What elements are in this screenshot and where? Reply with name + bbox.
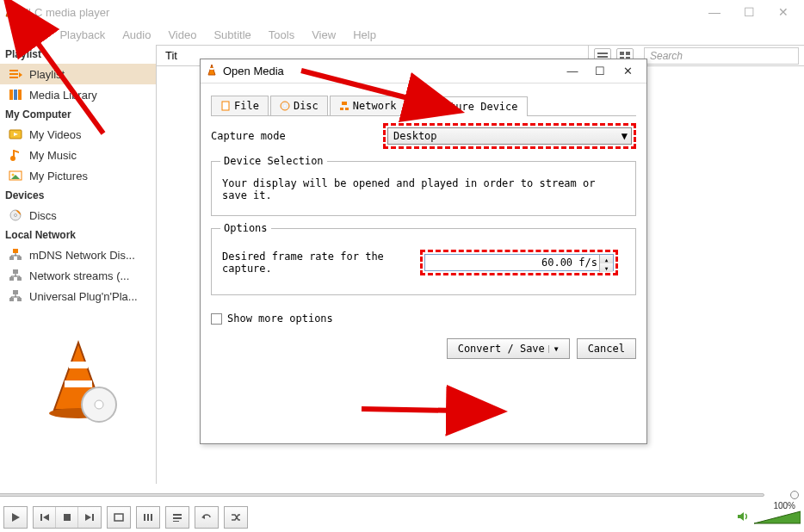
svg-point-31 (95, 400, 103, 409)
svg-marker-67 (738, 512, 744, 521)
capture-icon (417, 102, 427, 112)
pictures-icon (9, 169, 22, 182)
minimize-button[interactable]: — (697, 5, 732, 19)
play-button[interactable] (3, 506, 28, 529)
sidebar-item-label: My Videos (29, 128, 81, 141)
menu-playback[interactable]: Playback (51, 28, 114, 41)
menu-help[interactable]: Help (344, 28, 385, 41)
svg-rect-59 (114, 514, 123, 521)
tab-network[interactable]: Network (330, 96, 406, 115)
chevron-down-icon: ▼ (622, 130, 628, 142)
frame-rate-label: Desired frame rate for the capture. (222, 251, 420, 275)
sidebar-item-label: mDNS Network Dis... (29, 249, 135, 262)
vlc-cone-icon (3, 5, 15, 20)
menu-media[interactable]: Media (3, 28, 51, 41)
menu-view[interactable]: View (303, 28, 344, 41)
svg-point-13 (12, 174, 15, 176)
svg-rect-32 (597, 53, 608, 54)
svg-rect-25 (17, 298, 22, 301)
fullscreen-button[interactable] (107, 506, 131, 529)
sidebar-header-localnetwork: Local Network (0, 226, 156, 244)
device-selection-legend: Device Selection (220, 155, 327, 167)
menu-tools[interactable]: Tools (260, 28, 303, 41)
convert-save-button[interactable]: Convert / Save ▼ (447, 338, 570, 359)
dialog-body: File Disc Network Capture Device Capture… (201, 84, 646, 368)
close-button[interactable]: ✕ (766, 5, 801, 19)
speaker-icon[interactable] (737, 510, 751, 525)
menu-subtitle[interactable]: Subtitle (205, 28, 259, 41)
svg-rect-65 (173, 521, 179, 522)
svg-marker-5 (19, 72, 22, 77)
frame-rate-spinner[interactable]: 60.00 f/s ▲▼ (424, 254, 614, 271)
vlc-cone-icon (206, 64, 218, 78)
svg-rect-62 (151, 514, 152, 521)
capture-mode-label: Capture mode (211, 130, 383, 142)
sidebar-item-my-pictures[interactable]: My Pictures (0, 165, 156, 186)
sidebar-header-mycomputer: My Computer (0, 105, 156, 124)
dialog-tabs: File Disc Network Capture Device (211, 96, 636, 116)
volume-slider[interactable]: 100% (754, 510, 801, 525)
loop-button[interactable] (195, 506, 219, 529)
dialog-maximize-button[interactable]: ☐ (586, 65, 614, 77)
svg-rect-46 (345, 108, 349, 110)
sidebar-item-network-streams[interactable]: Network streams (... (0, 265, 156, 286)
previous-button[interactable] (34, 507, 56, 528)
svg-point-11 (10, 156, 15, 161)
maximize-button[interactable]: ☐ (732, 5, 766, 19)
svg-point-43 (284, 105, 286, 107)
stop-button[interactable] (56, 507, 78, 528)
tab-disc[interactable]: Disc (270, 96, 328, 115)
capture-mode-select[interactable]: Desktop ▼ (387, 127, 632, 145)
search-input[interactable]: Search (644, 47, 799, 65)
tab-capture-device[interactable]: Capture Device (407, 96, 527, 116)
svg-rect-21 (9, 277, 14, 281)
svg-rect-23 (13, 290, 18, 294)
volume-label: 100% (773, 501, 795, 510)
options-fieldset: Options Desired frame rate for the captu… (211, 228, 636, 295)
network-icon (9, 289, 22, 303)
shuffle-button[interactable] (224, 506, 248, 529)
svg-point-16 (15, 214, 17, 217)
sidebar-item-playlist[interactable]: Playlist (0, 64, 156, 84)
sidebar-item-label: My Pictures (29, 170, 88, 182)
window-title: VLC media player (21, 6, 697, 19)
svg-rect-40 (210, 68, 213, 70)
sidebar-item-upnp[interactable]: Universal Plug'n'Pla... (0, 286, 156, 306)
sidebar-item-mdns[interactable]: mDNS Network Dis... (0, 244, 156, 265)
sidebar-item-my-videos[interactable]: My Videos (0, 124, 156, 145)
tab-file[interactable]: File (211, 96, 269, 115)
cancel-button[interactable]: Cancel (577, 338, 636, 359)
media-library-icon (9, 88, 22, 102)
skip-controls (33, 506, 102, 529)
next-button[interactable] (78, 507, 101, 528)
disc-icon (280, 101, 290, 111)
svg-rect-56 (64, 514, 71, 521)
sidebar-item-discs[interactable]: Discs (0, 205, 156, 226)
svg-rect-4 (9, 77, 18, 78)
sidebar-item-media-library[interactable]: Media Library (0, 84, 156, 105)
dialog-close-button[interactable]: ✕ (614, 65, 641, 77)
dialog-minimize-button[interactable]: — (559, 65, 586, 77)
show-more-options-checkbox[interactable] (211, 313, 222, 325)
svg-rect-8 (18, 90, 22, 100)
menu-audio[interactable]: Audio (114, 28, 159, 41)
svg-rect-58 (92, 514, 94, 521)
svg-rect-63 (173, 514, 182, 516)
menu-video[interactable]: Video (159, 28, 205, 41)
menu-bar: Media Playback Audio Video Subtitle Tool… (0, 24, 804, 45)
playlist-icon (9, 67, 22, 81)
sidebar-item-label: Universal Plug'n'Pla... (29, 290, 138, 303)
seek-knob-icon[interactable] (790, 491, 799, 499)
show-more-options-row: Show more options (211, 312, 636, 325)
spinner-buttons[interactable]: ▲▼ (599, 255, 613, 272)
playlist-toggle-button[interactable] (165, 506, 189, 529)
sidebar-item-my-music[interactable]: My Music (0, 145, 156, 165)
device-selection-text: Your display will be opened and played i… (222, 177, 625, 201)
svg-rect-18 (9, 257, 14, 260)
svg-rect-35 (620, 52, 624, 55)
extended-settings-button[interactable] (136, 506, 160, 529)
sidebar-header-devices: Devices (0, 186, 156, 205)
open-media-dialog: Open Media — ☐ ✕ File Disc Network Captu… (200, 59, 647, 444)
seek-bar[interactable] (5, 489, 799, 501)
svg-rect-61 (147, 514, 149, 521)
